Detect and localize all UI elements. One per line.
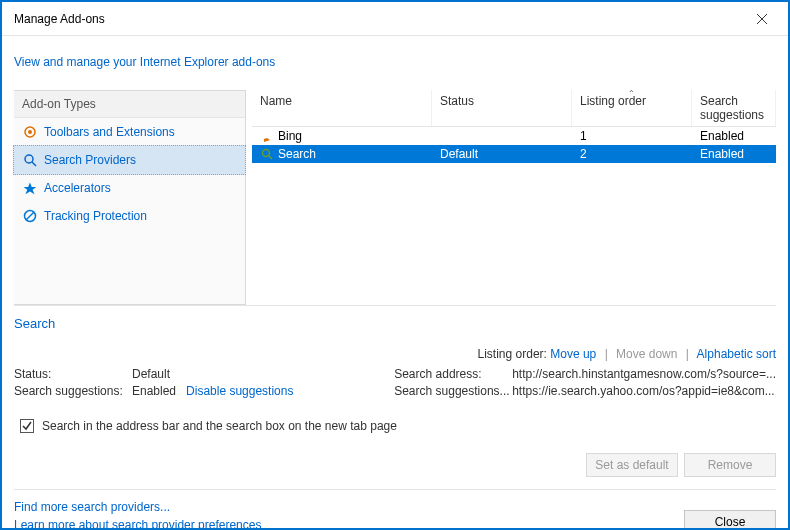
search-suggestions-url-value: https://ie.search.yahoo.com/os?appid=ie8… [512,384,776,398]
search-suggestions-url-label: Search suggestions... [394,384,512,398]
svg-point-4 [25,155,33,163]
bing-icon [260,129,274,143]
titlebar: Manage Add-ons [2,2,788,36]
footer-links: Find more search providers... Learn more… [14,498,261,530]
row-suggestions: Enabled [692,129,776,143]
svg-marker-6 [24,183,37,195]
set-as-default-button: Set as default [586,453,678,477]
row-name: Bing [278,129,302,143]
row-order: 1 [572,129,692,143]
address-bar-checkbox-row: Search in the address bar and the search… [2,411,788,441]
sidebar-item-label: Search Providers [44,153,136,167]
sidebar-item-label: Toolbars and Extensions [44,125,175,139]
sort-arrow-icon: ⌃ [628,89,635,98]
sidebar-item-search-providers[interactable]: Search Providers [13,145,246,175]
find-more-providers-link[interactable]: Find more search providers... [14,498,261,516]
sidebar-item-tracking-protection[interactable]: Tracking Protection [14,202,245,230]
window-title: Manage Add-ons [14,12,748,26]
address-bar-checkbox-label: Search in the address bar and the search… [42,419,397,433]
row-status: Default [432,147,572,161]
table-row[interactable]: Search Default 2 Enabled [252,145,776,163]
suggestions-label: Search suggestions: [14,384,132,398]
suggestions-value-wrap: Enabled Disable suggestions [132,384,394,398]
search-address-label: Search address: [394,367,512,381]
status-value: Default [132,367,394,381]
close-button[interactable]: Close [684,510,776,530]
selected-provider-name: Search [2,306,788,347]
search-address-value: http://search.hinstantgamesnow.com/s?sou… [512,367,776,381]
row-order: 2 [572,147,692,161]
row-name: Search [278,147,316,161]
details-right: Search address: http://search.hinstantga… [394,367,776,401]
subtitle: View and manage your Internet Explorer a… [2,36,788,90]
action-button-row: Set as default Remove [2,441,788,489]
svg-line-10 [269,156,272,159]
learn-more-link[interactable]: Learn more about search provider prefere… [14,516,261,530]
separator: | [686,347,689,361]
sidebar-item-accelerators[interactable]: Accelerators [14,174,245,202]
listing-order-label: Listing order: [478,347,547,361]
sidebar-item-label: Accelerators [44,181,111,195]
puzzle-icon [22,124,38,140]
details-left: Status: Default Search suggestions: Enab… [14,367,394,401]
remove-button: Remove [684,453,776,477]
move-down-link: Move down [616,347,677,361]
column-header-order-label: Listing order [580,94,646,108]
status-label: Status: [14,367,132,381]
svg-point-9 [263,150,270,157]
column-header-status[interactable]: Status [432,90,572,126]
sidebar-item-toolbars[interactable]: Toolbars and Extensions [14,118,245,146]
tracking-protection-icon [22,208,38,224]
close-icon[interactable] [748,9,776,29]
disable-suggestions-link[interactable]: Disable suggestions [186,384,293,398]
magnifier-icon [22,152,38,168]
sidebar-header: Add-on Types [14,91,245,118]
sidebar-item-label: Tracking Protection [44,209,147,223]
table-header-row: Name Status ⌃ Listing order Search sugge… [252,90,776,127]
accelerator-icon [22,180,38,196]
sidebar: Add-on Types Toolbars and Extensions Sea… [14,90,246,305]
footer: Find more search providers... Learn more… [2,490,788,530]
column-header-name[interactable]: Name [252,90,432,126]
svg-point-3 [28,130,32,134]
address-bar-checkbox[interactable] [20,419,34,433]
table-body: Bing 1 Enabled Search Default 2 Enabled [252,127,776,163]
svg-line-5 [32,162,36,166]
row-suggestions: Enabled [692,147,776,161]
alphabetic-sort-link[interactable]: Alphabetic sort [697,347,776,361]
separator: | [605,347,608,361]
table-row[interactable]: Bing 1 Enabled [252,127,776,145]
column-header-suggestions[interactable]: Search suggestions [692,90,776,126]
suggestions-value: Enabled [132,384,176,398]
search-icon [260,147,274,161]
subtitle-link[interactable]: View and manage your Internet Explorer a… [14,55,275,69]
listing-order-controls: Listing order: Move up | Move down | Alp… [2,347,788,367]
main-content: Add-on Types Toolbars and Extensions Sea… [2,90,788,305]
provider-table: Name Status ⌃ Listing order Search sugge… [252,90,776,305]
move-up-link[interactable]: Move up [550,347,596,361]
details-panel: Status: Default Search suggestions: Enab… [2,367,788,411]
column-header-order[interactable]: ⌃ Listing order [572,90,692,126]
svg-line-8 [26,212,34,220]
